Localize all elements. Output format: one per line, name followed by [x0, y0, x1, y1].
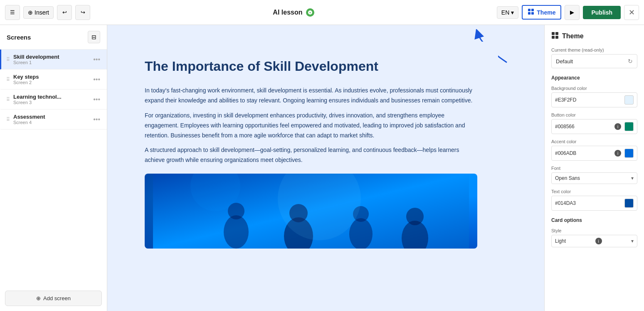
svg-rect-19 — [552, 36, 555, 39]
screen-more-3[interactable]: ••• — [91, 95, 102, 104]
accent-color-info-icon[interactable]: i — [614, 150, 621, 157]
toolbar: ☰ ⊕ Insert ↩ ↪ AI lesson ✦ EN ▾ Theme ▶ … — [0, 0, 644, 25]
screen-name-4: Assessment — [13, 114, 88, 120]
accent-color-swatch[interactable] — [624, 149, 634, 158]
screen-item-1[interactable]: ⠿ Skill development Screen 1 ••• — [0, 50, 107, 70]
font-value: Open Sans — [555, 175, 580, 181]
font-label: Font — [551, 166, 637, 171]
svg-rect-17 — [552, 32, 555, 35]
redo-icon: ↪ — [81, 9, 85, 15]
screen-info-1: Skill development Screen 1 — [13, 54, 88, 65]
menu-button[interactable]: ☰ — [5, 5, 20, 20]
screen-sub-3: Screen 3 — [13, 100, 88, 105]
undo-icon: ↩ — [62, 9, 67, 15]
svg-rect-2 — [528, 9, 530, 11]
canvas-area: The Importance of Skill Development In t… — [107, 25, 544, 311]
bg-color-field: #E3F2FD — [551, 92, 637, 107]
play-button[interactable]: ▶ — [565, 5, 580, 20]
panel-title: Theme — [562, 32, 584, 40]
redo-button[interactable]: ↪ — [75, 5, 90, 20]
font-dropdown-icon: ▾ — [631, 175, 634, 181]
bg-color-swatch[interactable] — [624, 95, 634, 104]
sidebar-title: Screens — [7, 34, 31, 41]
screen-sub-1: Screen 1 — [13, 60, 88, 65]
svg-rect-3 — [531, 9, 534, 11]
refresh-icon[interactable]: ↻ — [628, 58, 633, 65]
canvas-content: The Importance of Skill Development In t… — [124, 42, 498, 265]
svg-rect-4 — [528, 12, 530, 15]
screens-list: ⠿ Skill development Screen 1 ••• ⠿ Key s… — [0, 50, 107, 286]
language-button[interactable]: EN ▾ — [497, 6, 518, 19]
screen-name-1: Skill development — [13, 54, 88, 60]
button-color-swatch[interactable] — [624, 122, 634, 131]
text-color-swatch[interactable] — [624, 199, 634, 208]
current-theme-value: Default — [556, 58, 573, 65]
button-color-info-icon[interactable]: i — [614, 123, 621, 130]
people-svg — [145, 174, 477, 249]
svg-rect-18 — [555, 32, 558, 35]
publish-button[interactable]: Publish — [583, 6, 621, 19]
button-color-field: #008566 i — [551, 119, 637, 134]
add-screen-label: Add screen — [43, 295, 71, 301]
canvas-paragraph-2: For organizations, investing in skill de… — [145, 111, 477, 140]
close-button[interactable]: ✕ — [624, 5, 639, 20]
screen-more-1[interactable]: ••• — [91, 55, 102, 64]
accent-color-label: Accent color — [551, 139, 637, 144]
drag-handle-2[interactable]: ⠿ — [6, 77, 10, 82]
sidebar-header: Screens ⊟ — [0, 25, 107, 50]
add-screen-plus-icon: ⊕ — [36, 295, 41, 301]
button-color-value: #008566 — [555, 124, 611, 129]
sidebar-expand-button[interactable]: ⊟ — [88, 31, 100, 43]
text-color-field: #014DA3 — [551, 196, 637, 211]
plus-icon: ⊕ — [28, 9, 33, 16]
text-color-label: Text color — [551, 189, 637, 194]
style-field[interactable]: Light i ▾ — [551, 235, 637, 247]
screen-info-3: Learning technol... Screen 3 — [13, 94, 88, 105]
svg-rect-5 — [531, 12, 534, 15]
screen-sub-4: Screen 4 — [13, 120, 88, 125]
close-icon: ✕ — [629, 8, 635, 17]
undo-button[interactable]: ↩ — [57, 5, 72, 20]
style-value: Light — [555, 238, 566, 244]
grid-icon: ⊟ — [91, 34, 96, 40]
drag-handle-1[interactable]: ⠿ — [6, 57, 10, 62]
bg-color-value: #E3F2FD — [555, 97, 621, 103]
screen-more-4[interactable]: ••• — [91, 115, 102, 124]
svg-rect-20 — [555, 36, 558, 39]
appearance-label: Appearance — [551, 75, 637, 81]
add-screen-button[interactable]: ⊕ Add screen — [5, 291, 102, 306]
panel-header: Theme — [551, 32, 637, 41]
screen-more-2[interactable]: ••• — [91, 75, 102, 84]
screen-item-4[interactable]: ⠿ Assessment Screen 4 ••• — [0, 109, 107, 129]
accent-color-value: #006ADB — [555, 150, 611, 156]
screen-sub-2: Screen 2 — [13, 80, 88, 85]
button-color-label: Button color — [551, 112, 637, 117]
theme-button[interactable]: Theme — [522, 5, 561, 20]
lesson-title: AI lesson — [273, 9, 302, 16]
svg-text:✦: ✦ — [309, 11, 311, 14]
style-label: Style — [551, 228, 637, 233]
theme-label: Theme — [537, 9, 555, 16]
play-icon: ▶ — [570, 9, 574, 15]
insert-button[interactable]: ⊕ Insert — [23, 6, 54, 19]
chevron-down-icon: ▾ — [511, 9, 514, 16]
menu-icon: ☰ — [10, 9, 15, 15]
canvas-title: The Importance of Skill Development — [145, 58, 477, 74]
right-panel: Theme Current theme (read-only) Default … — [544, 25, 644, 311]
toolbar-center: AI lesson ✦ — [94, 8, 493, 17]
style-info-icon[interactable]: i — [595, 238, 602, 244]
publish-label: Publish — [591, 9, 612, 16]
bg-color-label: Background color — [551, 86, 637, 91]
drag-handle-3[interactable]: ⠿ — [6, 97, 10, 102]
canvas-image — [145, 174, 477, 249]
screen-name-2: Key steps — [13, 74, 88, 80]
drag-handle-4[interactable]: ⠿ — [6, 117, 10, 122]
sidebar: Screens ⊟ ⠿ Skill development Screen 1 •… — [0, 25, 107, 311]
font-field[interactable]: Open Sans ▾ — [551, 172, 637, 184]
screen-item-2[interactable]: ⠿ Key steps Screen 2 ••• — [0, 70, 107, 90]
screen-name-3: Learning technol... — [13, 94, 88, 100]
canvas-paragraph-3: A structured approach to skill developme… — [145, 145, 477, 165]
theme-icon — [528, 8, 534, 16]
screen-item-3[interactable]: ⠿ Learning technol... Screen 3 ••• — [0, 90, 107, 109]
accent-color-field: #006ADB i — [551, 146, 637, 161]
